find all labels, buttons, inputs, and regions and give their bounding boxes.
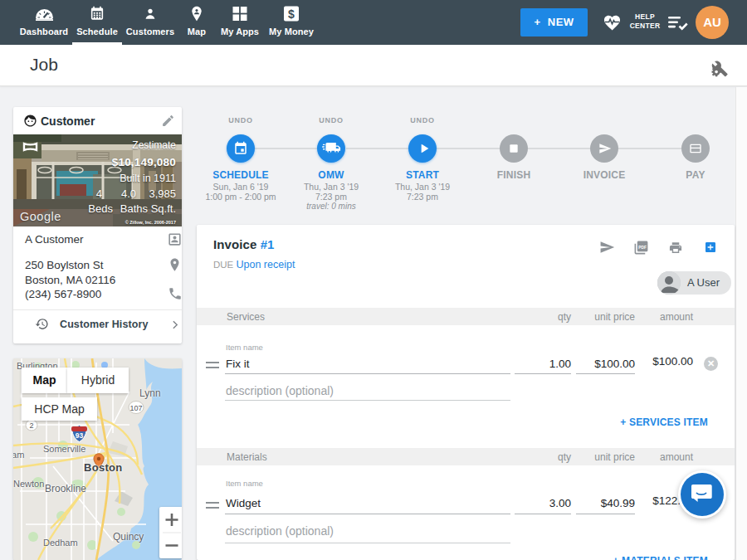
svg-text:PDF: PDF [638,246,647,250]
svg-text:$: $ [288,7,295,21]
svg-text:107: 107 [129,404,142,412]
svg-text:2: 2 [29,421,33,430]
svg-text:93: 93 [76,431,84,440]
